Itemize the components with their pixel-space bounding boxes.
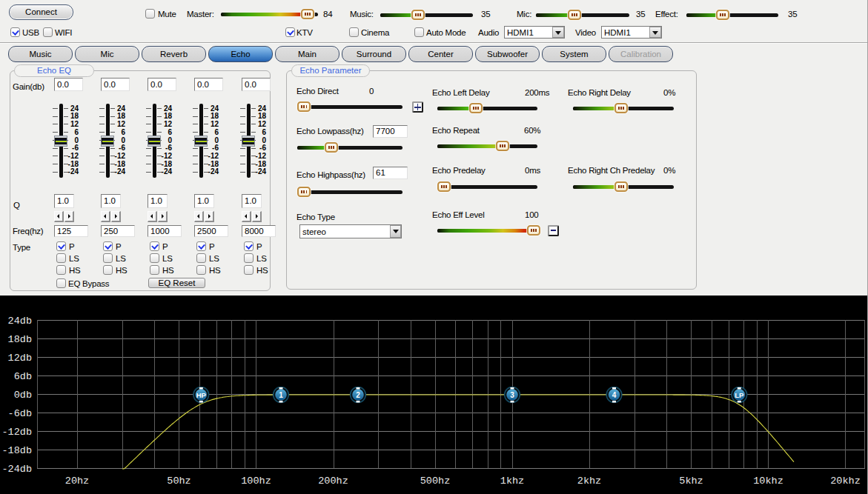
svg-text:-12db: -12db [1, 427, 32, 438]
svg-text:5khz: 5khz [679, 475, 703, 487]
svg-text:0db: 0db [14, 390, 32, 401]
svg-text:100hz: 100hz [241, 475, 271, 487]
svg-text:HP: HP [196, 391, 207, 399]
svg-text:1khz: 1khz [500, 475, 524, 487]
svg-text:500hz: 500hz [420, 475, 451, 487]
svg-text:-6db: -6db [8, 408, 32, 419]
svg-text:200hz: 200hz [318, 475, 348, 487]
svg-text:2khz: 2khz [577, 475, 601, 487]
svg-text:50hz: 50hz [167, 475, 191, 487]
svg-text:20hz: 20hz [65, 475, 89, 487]
svg-text:-18db: -18db [1, 445, 32, 456]
svg-text:LP: LP [735, 391, 744, 399]
svg-text:4: 4 [612, 391, 617, 399]
svg-text:2: 2 [356, 391, 360, 399]
svg-text:-24db: -24db [1, 464, 32, 475]
svg-text:3: 3 [510, 391, 514, 399]
svg-text:6db: 6db [14, 371, 32, 382]
svg-text:1: 1 [279, 391, 283, 399]
svg-text:10khz: 10khz [753, 475, 783, 487]
svg-text:20khz: 20khz [830, 475, 861, 487]
svg-text:24db: 24db [8, 316, 32, 327]
svg-text:12db: 12db [8, 353, 32, 364]
svg-text:18db: 18db [8, 334, 32, 345]
